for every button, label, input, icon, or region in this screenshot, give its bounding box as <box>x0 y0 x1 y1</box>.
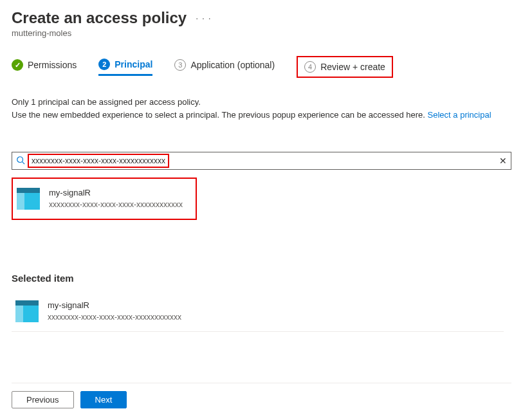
select-principal-link[interactable]: Select a principal <box>428 110 491 120</box>
step-number-icon: 4 <box>304 61 316 73</box>
previous-button[interactable]: Previous <box>12 391 74 408</box>
instruction-line: Use the new embedded experience to selec… <box>12 109 511 122</box>
step-review-create[interactable]: 4 Review + create <box>297 56 393 78</box>
step-principal[interactable]: 2 Principal <box>98 59 152 76</box>
search-input-wrapper[interactable]: xxxxxxxx-xxxx-xxxx-xxxx-xxxxxxxxxxxx ✕ <box>12 152 511 170</box>
check-icon <box>12 59 23 71</box>
step-number-icon: 3 <box>174 59 186 71</box>
instructions: Only 1 principal can be assigned per acc… <box>12 96 511 121</box>
selected-item[interactable]: my-signalR xxxxxxxx-xxxx-xxxx-xxxx-xxxxx… <box>12 291 504 332</box>
search-result-item[interactable]: my-signalR xxxxxxxx-xxxx-xxxx-xxxx-xxxxx… <box>12 178 197 220</box>
result-guid: xxxxxxxx-xxxx-xxxx-xxxx-xxxxxxxxxxxx <box>49 200 183 209</box>
selected-name: my-signalR <box>48 300 181 310</box>
page-title: Create an access policy <box>12 9 187 27</box>
page-subtitle: muttering-moles <box>12 28 511 38</box>
search-input[interactable]: xxxxxxxx-xxxx-xxxx-xxxx-xxxxxxxxxxxx <box>28 154 169 168</box>
result-name: my-signalR <box>49 188 183 197</box>
selected-guid: xxxxxxxx-xxxx-xxxx-xxxx-xxxxxxxxxxxx <box>48 313 181 322</box>
step-label: Application (optional) <box>190 60 275 70</box>
step-label: Review + create <box>320 62 385 72</box>
instruction-line: Only 1 principal can be assigned per acc… <box>12 96 511 109</box>
next-button[interactable]: Next <box>80 391 127 408</box>
step-label: Principal <box>115 59 152 69</box>
service-icon <box>15 300 39 322</box>
more-icon[interactable]: · · · <box>196 13 211 23</box>
svg-point-0 <box>17 156 23 162</box>
step-application[interactable]: 3 Application (optional) <box>174 59 275 75</box>
selected-item-heading: Selected item <box>12 273 511 284</box>
search-icon <box>16 156 25 167</box>
step-label: Permissions <box>28 60 77 70</box>
clear-icon[interactable]: ✕ <box>499 156 507 166</box>
instruction-text: Use the new embedded experience to selec… <box>12 110 425 120</box>
step-number-icon: 2 <box>98 59 110 70</box>
svg-line-1 <box>23 161 25 164</box>
footer: Previous Next <box>12 383 511 408</box>
service-icon <box>17 188 40 210</box>
wizard-steps: Permissions 2 Principal 3 Application (o… <box>12 56 511 78</box>
step-permissions[interactable]: Permissions <box>12 59 77 75</box>
